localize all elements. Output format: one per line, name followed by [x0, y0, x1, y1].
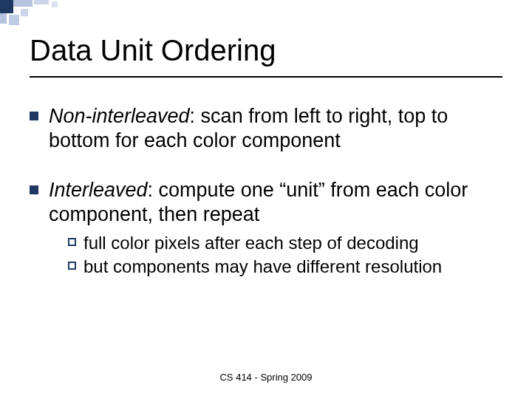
sub-bullet-text: full color pixels after each step of dec… — [83, 231, 502, 255]
square-bullet-icon — [30, 185, 38, 194]
slide-title: Data Unit Ordering — [30, 34, 502, 67]
hollow-square-bullet-icon — [68, 238, 76, 246]
bullet-list: Non-interleaved: scan from left to right… — [30, 104, 502, 279]
title-rule — [30, 76, 502, 78]
corner-decoration — [0, 0, 103, 22]
bullet-text: Non-interleaved: scan from left to right… — [49, 104, 502, 153]
slide-body: Data Unit Ordering Non-interleaved: scan… — [0, 0, 532, 279]
bullet-item: Non-interleaved: scan from left to right… — [30, 104, 502, 153]
sub-bullet-text: but components may have different resolu… — [83, 255, 502, 279]
sub-bullet-item: but components may have different resolu… — [68, 255, 502, 279]
bullet-lead: Non-interleaved — [49, 105, 190, 127]
sub-bullet-list: full color pixels after each step of dec… — [68, 231, 502, 279]
bullet-item: Interleaved: compute one “unit” from eac… — [30, 178, 502, 279]
square-bullet-icon — [30, 112, 38, 120]
slide-footer: CS 414 - Spring 2009 — [0, 372, 532, 383]
bullet-lead: Interleaved — [49, 179, 148, 201]
hollow-square-bullet-icon — [68, 262, 76, 270]
sub-bullet-item: full color pixels after each step of dec… — [68, 231, 502, 255]
bullet-text: Interleaved: compute one “unit” from eac… — [49, 178, 502, 279]
